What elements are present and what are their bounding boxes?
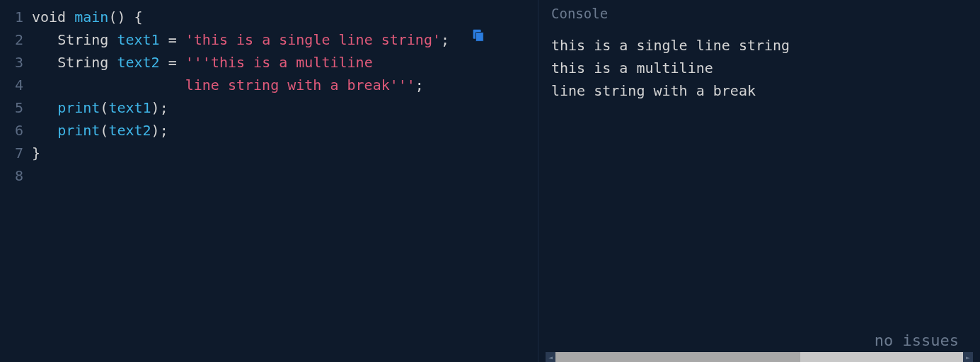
- code-editor-pane[interactable]: 1 void main() { 2 String text1 = 'this i…: [0, 0, 538, 362]
- code-line[interactable]: 1 void main() {: [0, 6, 538, 28]
- line-content: print(text1);: [32, 96, 168, 119]
- console-pane: Console this is a single line stringthis…: [538, 0, 980, 362]
- line-number: 3: [0, 51, 32, 74]
- scrollbar-track[interactable]: [555, 352, 963, 362]
- line-content: print(text2);: [32, 119, 168, 142]
- code-line[interactable]: 2 String text1 = 'this is a single line …: [0, 28, 538, 51]
- code-line[interactable]: 4 line string with a break''';: [0, 74, 538, 96]
- line-content: line string with a break''';: [32, 74, 424, 96]
- scrollbar-thumb[interactable]: [555, 352, 800, 362]
- line-content: String text1 = 'this is a single line st…: [32, 28, 449, 51]
- line-number: 2: [0, 28, 32, 51]
- console-line: this is a multiline: [551, 57, 967, 79]
- line-number: 6: [0, 119, 32, 142]
- code-line[interactable]: 8: [0, 164, 538, 187]
- console-title: Console: [538, 0, 980, 28]
- code-line[interactable]: 5 print(text1);: [0, 96, 538, 119]
- line-number: 4: [0, 74, 32, 96]
- console-line: this is a single line string: [551, 34, 967, 57]
- copy-icon[interactable]: [471, 28, 486, 44]
- scroll-left-arrow-icon[interactable]: ◄: [546, 352, 555, 362]
- status-text: no issues: [875, 332, 959, 349]
- line-number: 8: [0, 164, 32, 187]
- code-line[interactable]: 3 String text2 = '''this is a multiline: [0, 51, 538, 74]
- console-line: line string with a break: [551, 79, 967, 102]
- line-content: }: [32, 142, 40, 164]
- code-line[interactable]: 6 print(text2);: [0, 119, 538, 142]
- line-content: void main() {: [32, 6, 143, 28]
- line-number: 5: [0, 96, 32, 119]
- code-line[interactable]: 7 }: [0, 142, 538, 164]
- console-output: this is a single line stringthis is a mu…: [538, 28, 980, 108]
- line-number: 1: [0, 6, 32, 28]
- svg-rect-1: [475, 33, 483, 42]
- scroll-right-arrow-icon[interactable]: ►: [963, 352, 973, 362]
- line-content: String text2 = '''this is a multiline: [32, 51, 373, 74]
- horizontal-scrollbar[interactable]: ◄ ►: [546, 352, 973, 362]
- line-number: 7: [0, 142, 32, 164]
